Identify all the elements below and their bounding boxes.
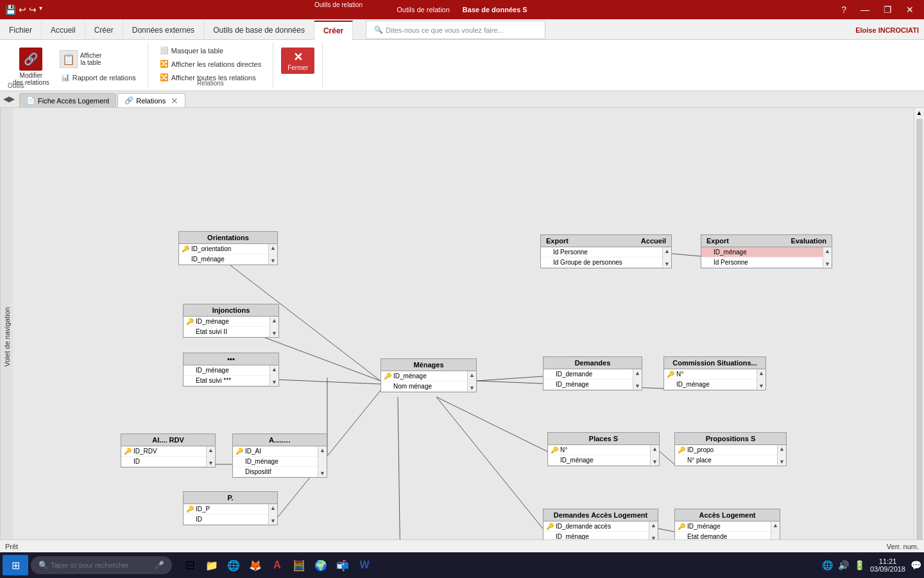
scroll-down-menages[interactable]: ▼ (468, 384, 475, 392)
close-button[interactable]: ✕ (901, 3, 919, 16)
table-menages: Ménages 🔑ID_ménage Nom ménage ▲ ▼ (381, 358, 477, 392)
btn-fermer[interactable]: ✕ Fermer (281, 48, 314, 74)
tab-relations[interactable]: 🔗 Relations ✕ (117, 93, 185, 107)
table-export-evaluation-header: ExportEvaluation (701, 235, 832, 247)
scroll-up-dem[interactable]: ▲ (634, 369, 641, 377)
scroll-up-orientations[interactable]: ▲ (270, 244, 277, 252)
scroll-down-exp-acc[interactable]: ▼ (663, 260, 671, 268)
scroll-up-exp-eval[interactable]: ▲ (824, 247, 831, 255)
table-orientations: Orientations 🔑ID_orientation ID_ménage ▲ (178, 231, 278, 265)
btn-masquer-table[interactable]: ⬜ Masquer la table (156, 45, 227, 56)
tab-outils-bdd[interactable]: Outils de base de données (204, 21, 314, 39)
taskbar-apps: ⊟ 📁 🌐 🦊 A 🧮 🌍 📬 W (180, 555, 375, 575)
tab-accueil[interactable]: Accueil (42, 21, 85, 39)
quick-access-dropdown[interactable]: ▾ (39, 4, 42, 15)
undo-icon[interactable]: ↩ (19, 4, 26, 15)
scroll-up-td[interactable]: ▲ (271, 365, 278, 373)
field-id-menage-eval: ID_ménage (701, 247, 823, 258)
restore-button[interactable]: ❐ (878, 3, 897, 16)
help-search[interactable]: 🔍 Dites-nous ce que vous voulez faire... (366, 21, 545, 39)
ribbon-group-fermer: ✕ Fermer (273, 42, 323, 88)
nav-toggle-btn[interactable]: ◀▶ (0, 91, 18, 107)
field-id-menage-inj: 🔑ID_ménage (184, 317, 270, 327)
table-propositions-s-header: Propositions S (675, 433, 786, 445)
tab-donnees-externes[interactable]: Données externes (123, 21, 204, 39)
scroll-down-p[interactable]: ▼ (270, 517, 277, 525)
scroll-down-places[interactable]: ▼ (651, 458, 658, 466)
scroll-down-orientations[interactable]: ▼ (270, 257, 277, 265)
search-mic-icon: 🔍 (38, 561, 48, 570)
table-demandes-header: Demandes (543, 357, 642, 369)
calc-btn[interactable]: 🧮 (289, 555, 309, 575)
scroll-down-dem[interactable]: ▼ (634, 382, 641, 390)
field-id-menage-comm: ID_ménage (664, 380, 757, 390)
taskbar-clock[interactable]: 11:21 03/09/2018 (870, 557, 905, 573)
field-id-rdv: 🔑ID_RDV (121, 446, 206, 457)
minimize-button[interactable]: — (855, 3, 875, 16)
notification-btn[interactable]: 💬 (911, 560, 921, 570)
relations-canvas: Orientations 🔑ID_orientation ID_ménage ▲ (13, 108, 924, 566)
scroll-down-exp-eval[interactable]: ▼ (824, 260, 831, 268)
table-ai-rdv: AI.... RDV 🔑ID_RDV ID ▲ ▼ (121, 434, 216, 468)
scroll-up-places[interactable]: ▲ (651, 445, 658, 453)
network-icon[interactable]: 🌐 (822, 560, 833, 570)
scroll-up-canvas[interactable]: ▲ (915, 108, 924, 118)
scroll-down-a[interactable]: ▼ (319, 469, 326, 477)
btn-afficher-relations-directes[interactable]: 🔀 Afficher les relations directes (156, 58, 265, 69)
app7-btn[interactable]: 🌍 (311, 555, 331, 575)
scroll-up-p[interactable]: ▲ (270, 504, 277, 512)
mic-icon[interactable]: 🎤 (155, 561, 164, 570)
scroll-down-ai-rdv[interactable]: ▼ (207, 459, 214, 467)
scroll-up-prop[interactable]: ▲ (778, 445, 785, 453)
edge-btn[interactable]: 🌐 (223, 555, 244, 575)
scroll-up-al[interactable]: ▲ (772, 521, 779, 529)
status-bar: Prêt Verr. num. (0, 539, 924, 552)
table-p: P. 🔑ID_P ID ▲ ▼ (183, 491, 278, 525)
tab-creer-active[interactable]: Créer (314, 21, 353, 40)
nav-sidebar[interactable]: Volet de navigation (0, 108, 13, 566)
scroll-up-a[interactable]: ▲ (319, 446, 326, 454)
save-icon[interactable]: 💾 (5, 4, 16, 15)
scroll-down-prop[interactable]: ▼ (778, 458, 785, 466)
access-btn[interactable]: A (267, 555, 287, 575)
tab-creer[interactable]: Créer (85, 21, 123, 39)
taskbar-search-box[interactable]: 🔍 🎤 (31, 556, 172, 574)
volume-icon[interactable]: 🔊 (838, 560, 849, 570)
btn-rapport-relations[interactable]: 📊 Rapport de relations (57, 72, 140, 83)
tab-close-icon[interactable]: ✕ (171, 96, 178, 106)
scroll-up-da[interactable]: ▲ (650, 521, 657, 529)
firefox-btn[interactable]: 🦊 (245, 555, 266, 575)
field-id-demande: ID_demande (543, 369, 633, 380)
field-id-menage-al: 🔑ID_ménage (675, 521, 771, 532)
table-triple-dot: ••• ID_ménage Etat suivi *** ▲ ▼ (183, 353, 279, 387)
start-button[interactable]: ⊞ (3, 555, 28, 575)
scroll-up-injonctions[interactable]: ▲ (271, 317, 278, 324)
doc-tabs-bar: ◀▶ 📄 Fiche Accès Logement 🔗 Relations ✕ (0, 91, 924, 108)
scroll-up-menages[interactable]: ▲ (468, 371, 475, 379)
task-view-btn[interactable]: ⊟ (180, 555, 200, 575)
relations-lines (13, 108, 924, 566)
app8-btn[interactable]: 📬 (332, 555, 353, 575)
help-button[interactable]: ? (836, 3, 851, 16)
scroll-down-td[interactable]: ▼ (271, 378, 278, 386)
scroll-up-exp-acc[interactable]: ▲ (663, 247, 671, 255)
taskbar-search-input[interactable] (51, 561, 152, 569)
table-a: A.....… 🔑ID_AI ID_ménage Dispositif (232, 434, 327, 478)
table-commission: Commission Situations... 🔑N° ID_ménage ▲ (663, 356, 766, 390)
tab-fiche-acces-logement[interactable]: 📄 Fiche Accès Logement (19, 93, 116, 107)
status-text: Prêt (5, 543, 18, 550)
table-export-accueil: ExportAccueil Id Personne Id Groupe de p… (540, 234, 672, 268)
tab-fichier[interactable]: Fichier (0, 21, 42, 39)
scroll-up-comm[interactable]: ▲ (758, 369, 765, 377)
scroll-up-ai-rdv[interactable]: ▲ (207, 446, 214, 454)
file-explorer-btn[interactable]: 📁 (201, 555, 222, 575)
scroll-down-comm[interactable]: ▼ (758, 382, 765, 390)
canvas-vscrollbar[interactable]: ▲ ▼ (914, 108, 924, 566)
btn-afficher-table[interactable]: 📋 Afficherla table (57, 48, 140, 71)
redo-icon[interactable]: ↪ (29, 4, 37, 15)
field-id-menage-td: ID_ménage (184, 365, 270, 376)
word-btn[interactable]: W (354, 555, 375, 575)
scroll-down-injonctions[interactable]: ▼ (271, 329, 278, 337)
field-id-orientation: 🔑ID_orientation (179, 244, 268, 254)
table-triple-dot-header: ••• (184, 353, 278, 365)
